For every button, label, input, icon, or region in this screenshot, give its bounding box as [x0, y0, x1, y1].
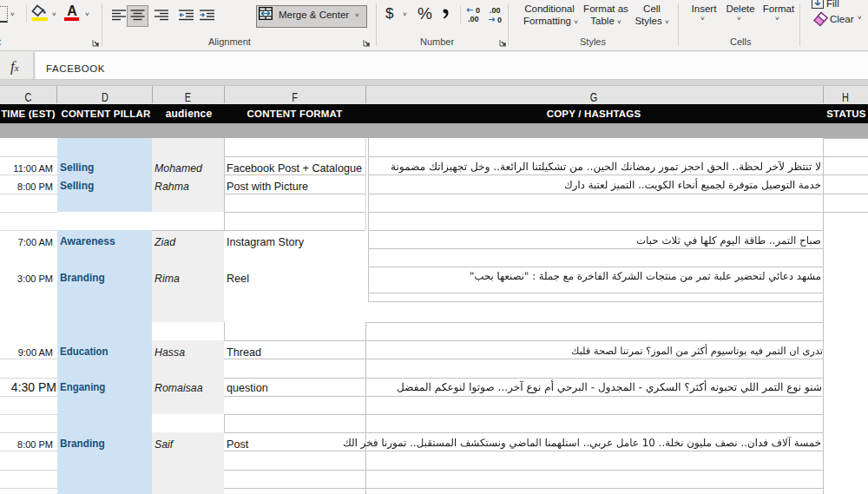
svg-text:0: 0: [476, 6, 480, 15]
svg-text:0: 0: [497, 16, 502, 23]
svg-text:.00: .00: [468, 15, 479, 23]
svg-text:.00: .00: [490, 6, 501, 15]
